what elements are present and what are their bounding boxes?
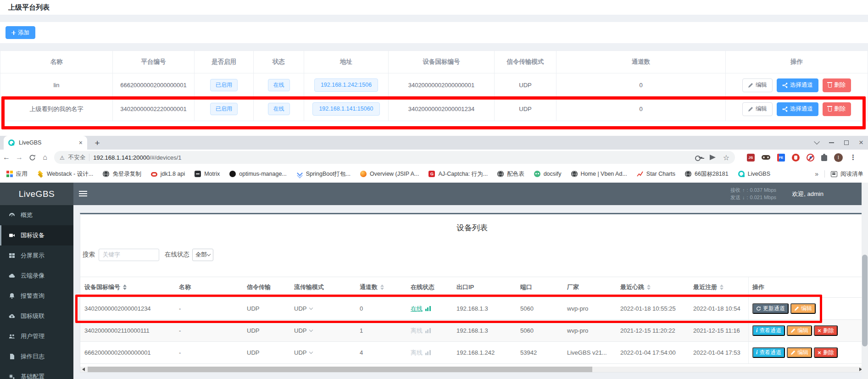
browser-menu-icon[interactable] <box>850 153 857 162</box>
select-channel-button[interactable]: 选择通道 <box>777 78 818 92</box>
delete-button[interactable]: 删除 <box>814 347 838 358</box>
sort-icon[interactable] <box>380 284 384 290</box>
online-status[interactable]: 在线 <box>411 305 423 313</box>
vertical-scrollbar[interactable] <box>862 183 868 379</box>
device-id-cell[interactable]: 66620000002000000001 <box>80 349 179 356</box>
chevron-down-icon[interactable] <box>814 139 820 145</box>
search-input[interactable] <box>99 249 159 261</box>
close-window-icon[interactable] <box>859 139 863 147</box>
edit-button[interactable]: 编辑 <box>742 102 773 116</box>
js-extension-icon[interactable] <box>747 154 755 162</box>
maximize-icon[interactable] <box>844 140 849 145</box>
bookmark-item[interactable]: Webstack - 设计... <box>37 170 93 178</box>
bar-chart-icon[interactable] <box>425 306 431 311</box>
bookmark-item[interactable]: AJ-Captcha: 行为... <box>428 170 488 178</box>
device-id-cell[interactable]: 34020000002110000111 <box>80 327 179 334</box>
sidebar-item-cloud-record[interactable]: 云端录像 <box>0 266 73 286</box>
sort-icon[interactable] <box>123 284 127 290</box>
col-device-id[interactable]: 设备国标编号 <box>80 283 179 291</box>
url-text[interactable]: 192.168.1.141:20000/#/devices/1 <box>93 154 181 161</box>
sidebar-item-alarm-query[interactable]: 报警查询 <box>0 286 73 306</box>
send-icon[interactable] <box>710 155 716 160</box>
sidebar-item-operation-log[interactable]: 操作日志 <box>0 346 73 367</box>
device-table-row[interactable]: 34020000002110000111 - UDP UDP 1 离线 192.… <box>80 320 864 342</box>
bookmark-item[interactable]: Star Charts <box>637 171 675 177</box>
view-channels-button[interactable]: 查看通道 <box>752 347 785 358</box>
delete-button[interactable]: 删除 <box>823 102 851 116</box>
fe-extension-icon[interactable] <box>777 154 785 162</box>
bar-chart-icon[interactable] <box>425 328 431 333</box>
forward-button[interactable] <box>13 151 26 164</box>
adblock-hand-icon[interactable] <box>792 154 800 162</box>
bookmark-item[interactable]: jdk1.8 api <box>151 171 185 177</box>
sidebar-item-overview[interactable]: 概览 <box>0 205 73 225</box>
sidebar-item-gb-cascade[interactable]: 国标级联 <box>0 306 73 326</box>
bookmark-item[interactable]: docsify <box>534 171 562 177</box>
bookmark-item[interactable]: 免登录复制 <box>103 170 141 178</box>
bookmark-item[interactable]: 配色表 <box>497 170 524 178</box>
back-button[interactable] <box>0 151 13 164</box>
profile-avatar[interactable] <box>834 153 843 162</box>
extensions-puzzle-icon[interactable] <box>821 155 827 161</box>
home-button[interactable] <box>39 151 51 164</box>
apps-shortcut[interactable]: 应用 <box>6 170 28 178</box>
col-heartbeat[interactable]: 最近心跳 <box>620 283 693 291</box>
app-brand[interactable]: LiveGBS <box>0 183 73 205</box>
warning-icon[interactable] <box>60 153 65 162</box>
stream-mode-cell[interactable]: UDP <box>294 349 360 356</box>
welcome-user[interactable]: 欢迎, admin <box>792 190 823 198</box>
bookmark-item[interactable]: SpringBoot打包... <box>296 170 351 178</box>
edit-button[interactable]: 编辑 <box>787 347 812 358</box>
delete-button[interactable]: 删除 <box>823 78 851 92</box>
password-key-icon[interactable] <box>695 156 702 159</box>
edit-button[interactable]: 编辑 <box>790 303 816 314</box>
browser-tab[interactable]: LiveGBS <box>4 136 87 150</box>
horizontal-scrollbar[interactable] <box>80 367 864 372</box>
bookmark-item[interactable]: 66国标28181 <box>685 170 729 178</box>
sidebar-item-basic-config[interactable]: 基础配置 <box>0 367 73 379</box>
bookmark-item[interactable]: Overview (JSIP A... <box>360 171 419 177</box>
app-header: LiveGBS 接收:0.037 Mbps 发送:0.021 Mbps 欢迎, … <box>0 183 868 205</box>
sidebar-item-split-screen[interactable]: 分屏展示 <box>0 245 73 266</box>
platform-row[interactable]: lin 66620000002000000001 已启用 在线 192.168.… <box>0 73 868 97</box>
bookmark-star-icon[interactable] <box>723 153 729 162</box>
stream-mode-cell[interactable]: UDP <box>294 327 360 334</box>
bookmark-item[interactable]: Home | Vben Ad... <box>571 171 627 177</box>
bookmark-item[interactable]: Motrix <box>195 171 220 177</box>
add-platform-button[interactable]: 添加 <box>6 26 35 39</box>
sidebar-item-user-management[interactable]: 用户管理 <box>0 326 73 346</box>
incognito-glasses-icon[interactable] <box>762 155 770 160</box>
online-status-select[interactable]: 全部 <box>192 249 213 261</box>
bookmark-item[interactable]: optimus-manage... <box>229 171 287 177</box>
delete-button[interactable]: 删除 <box>814 325 838 336</box>
sort-icon[interactable] <box>647 284 651 290</box>
close-tab-icon[interactable] <box>79 139 83 147</box>
scrollbar-thumb[interactable] <box>88 367 592 372</box>
stream-mode-cell[interactable]: UDP <box>294 305 360 312</box>
bookmark-item[interactable]: LiveGBS <box>738 171 770 177</box>
reload-button[interactable] <box>26 151 39 164</box>
reading-list-button[interactable]: 阅读清单 <box>831 170 863 178</box>
edit-button[interactable]: 编辑 <box>742 78 773 92</box>
edit-button[interactable]: 编辑 <box>787 325 812 336</box>
address-bar[interactable]: 不安全 192.168.1.141:20000/#/devices/1 <box>54 151 735 164</box>
select-channel-button[interactable]: 选择通道 <box>777 102 818 116</box>
device-id-cell[interactable]: 34020000002000001234 <box>80 305 179 312</box>
device-table-row[interactable]: 66620000002000000001 - UDP UDP 4 离线 192.… <box>80 342 864 364</box>
view-channels-button[interactable]: 查看通道 <box>752 325 785 336</box>
blocker-nosign-icon[interactable] <box>807 154 814 162</box>
bar-chart-icon[interactable] <box>425 350 431 355</box>
col-register[interactable]: 最近注册 <box>693 283 744 291</box>
bookmarks-overflow-icon[interactable] <box>815 170 818 178</box>
device-table-row[interactable]: 34020000002000001234 - UDP UDP 0 在线 192.… <box>80 298 864 320</box>
col-channels[interactable]: 通道数 <box>360 283 411 291</box>
minimize-icon[interactable] <box>829 142 834 143</box>
platform-row[interactable]: 上级看到的我的名字 34020000002220000001 已启用 在线 19… <box>0 97 868 121</box>
refresh-channels-button[interactable]: 更新通道 <box>752 303 789 314</box>
hamburger-menu-icon[interactable] <box>79 191 87 197</box>
sort-icon[interactable] <box>720 284 723 290</box>
sidebar-item-gb-devices[interactable]: 国标设备 <box>0 225 73 245</box>
new-tab-button[interactable] <box>92 138 103 149</box>
scroll-left-arrow[interactable] <box>82 368 85 371</box>
scrollbar-thumb[interactable] <box>862 255 868 346</box>
